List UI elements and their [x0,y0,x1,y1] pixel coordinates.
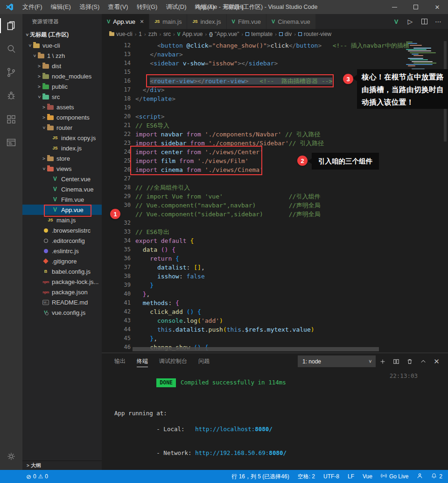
tree-item-package-json[interactable]: npmpackage.json [22,287,102,297]
tree-item-public[interactable]: >public [22,81,102,92]
code-line[interactable]: 35 data () { [102,245,448,254]
source-control-icon[interactable] [0,61,22,84]
tree-item-package-lock-js[interactable]: npmpackage-lock.js... [22,277,102,287]
code-line[interactable]: 45 }, [102,334,448,343]
menu-file[interactable]: 文件(F) [18,0,47,14]
tree-item-babel-config-js[interactable]: Bbabel.config.js [22,266,102,277]
breadcrumb-item-zzh[interactable]: zzh [148,31,157,37]
tree-item-router[interactable]: >router [22,122,102,133]
code-line[interactable]: 25import film from './views/Film' [102,156,448,165]
tree-item-editorconfig[interactable]: .editorconfig [22,235,102,246]
extensions-icon[interactable] [0,107,22,131]
tree-item-assets[interactable]: >assets [22,102,102,112]
settings-gear-icon[interactable] [0,445,22,468]
code-line[interactable]: 41 methods: { [102,298,448,307]
code-line[interactable]: 14 <sidebar v-show="isshow"></sidebar> [102,59,448,68]
status-encoding[interactable]: UTF-8 [323,473,339,480]
run-debug-icon[interactable] [0,84,22,107]
tree-item-index-js[interactable]: JSindex.js [22,143,102,153]
horizontal-scrollbar[interactable] [133,347,379,351]
tab-app-vue[interactable]: VApp.vue× [102,14,149,29]
status-eol[interactable]: LF [348,473,354,480]
code-line[interactable]: 32 [102,219,448,227]
tree-item-cinema-vue[interactable]: VCinema.vue [22,184,102,194]
tree-item-index-copy-js[interactable]: JSindex copy.js [22,133,102,143]
code-line[interactable]: 30// Vue.component("navbar",navbar) //声明… [102,201,448,210]
outline-section-header[interactable]: > 大纲 [22,461,102,470]
code-line[interactable]: 39 } [102,281,448,290]
code-line[interactable]: 23import sidebar from './components/Side… [102,139,448,148]
code-line[interactable]: 12 <button @click="change_show()">click<… [102,41,448,50]
menu-edit[interactable]: 编辑(E) [47,0,75,14]
panel-tab-terminal[interactable]: 终端 [137,355,148,367]
panel-tab-output[interactable]: 输出 [114,355,126,367]
menu-help[interactable]: 帮助(H) [219,0,248,14]
code-line[interactable]: 28// //全局组件引入 [102,183,448,192]
new-terminal-icon[interactable] [376,355,389,368]
tree-item-app-vue[interactable]: VApp.vue [22,205,102,215]
tree-item-components[interactable]: >components [22,112,102,122]
code-line[interactable]: 22import navbar from './components/Navba… [102,130,448,139]
code-line[interactable]: 38 isshow: false [102,272,448,281]
tree-item-store[interactable]: >store [22,153,102,163]
maximize-button[interactable] [405,0,427,14]
search-icon[interactable] [0,37,22,61]
code-line[interactable]: 24import center from './views/Center' [102,148,448,156]
terminal-select[interactable]: 1: node > [298,355,376,367]
tree-item-src[interactable]: >src [22,92,102,102]
close-panel-icon[interactable]: ✕ [430,355,443,368]
breadcrumb-item-src[interactable]: src [163,31,171,37]
code-line[interactable]: 33// ES6导出 [102,227,448,236]
terminal-output[interactable]: DONECompiled successfully in 114ms 22:13… [102,370,448,482]
tree-item-dist[interactable]: >dist [22,61,102,71]
breadcrumb-item-router-view[interactable]: router-view [298,31,331,37]
status-go-live[interactable]: Go Live [381,473,408,480]
tree-item-main-js[interactable]: JSmain.js [22,215,102,225]
code-line[interactable]: 20<script> [102,112,448,121]
local-link[interactable]: http://localhost: [195,426,255,433]
explorer-icon[interactable] [0,14,22,37]
code-line[interactable]: 44 this.datalist.push(this.$refs.mytext.… [102,325,448,334]
tree-item-readme-md[interactable]: M↓README.md [22,297,102,307]
status-cursor-position[interactable]: 行 16，列 5 (已选择46) [231,473,289,481]
menu-terminal[interactable]: 终端(T) [190,0,219,14]
tree-item-film-vue[interactable]: VFilm.vue [22,194,102,205]
status-accounts[interactable] [417,473,423,480]
kill-terminal-icon[interactable] [403,355,416,368]
menu-selection[interactable]: 选择(S) [75,0,104,14]
close-button[interactable]: ✕ [427,0,448,14]
tree-item-node-modules[interactable]: >node_modules [22,71,102,81]
code-line[interactable]: 26import cinema from './views/Cinema' [102,165,448,174]
code-line[interactable]: 13 </navbar> [102,50,448,59]
code-line[interactable]: 40 }, [102,290,448,298]
tab-cinema-vue[interactable]: VCinema.vue [266,14,316,29]
vetur-icon[interactable]: V [389,14,403,29]
menu-go[interactable]: 转到(G) [133,0,162,14]
split-terminal-icon[interactable] [389,355,403,368]
tab-index-js[interactable]: JSindex.js [187,14,226,29]
preview-icon[interactable] [0,131,22,154]
panel-tab-problems[interactable]: 问题 [198,355,210,367]
breadcrumb-item-div[interactable]: div [279,31,292,37]
run-file-icon[interactable]: ▷ [403,14,417,29]
code-line[interactable]: 43 console.log('add') [102,316,448,325]
tree-item-vue-config-js[interactable]: Vvue.config.js [22,307,102,318]
code-line[interactable]: 42 click_add () { [102,307,448,316]
tab-film-vue[interactable]: VFilm.vue [227,14,266,29]
code-line[interactable]: 29// import Vue from 'vue' //引入组件 [102,192,448,201]
code-line[interactable]: 34export default { [102,236,448,245]
code-line[interactable]: 36 return { [102,254,448,263]
maximize-panel-icon[interactable] [416,355,430,368]
split-editor-icon[interactable] [417,14,431,29]
minimize-button[interactable] [384,0,405,14]
code-line[interactable]: 27 [102,174,448,183]
code-line[interactable]: // Vue.component("sidebar",sidebar) //声明… [102,210,448,219]
tree-item-1-zzh[interactable]: >1 \ zzh [22,50,102,61]
close-icon[interactable]: × [140,18,144,25]
menu-view[interactable]: 查看(V) [104,0,132,14]
status-indentation[interactable]: 空格: 2 [298,473,315,481]
more-actions-icon[interactable]: ⋯ [431,14,445,29]
tab-main-js[interactable]: JSmain.js [149,14,187,29]
panel-tab-debug-console[interactable]: 调试控制台 [159,355,187,367]
breadcrumb-item-template[interactable]: template [245,31,273,37]
